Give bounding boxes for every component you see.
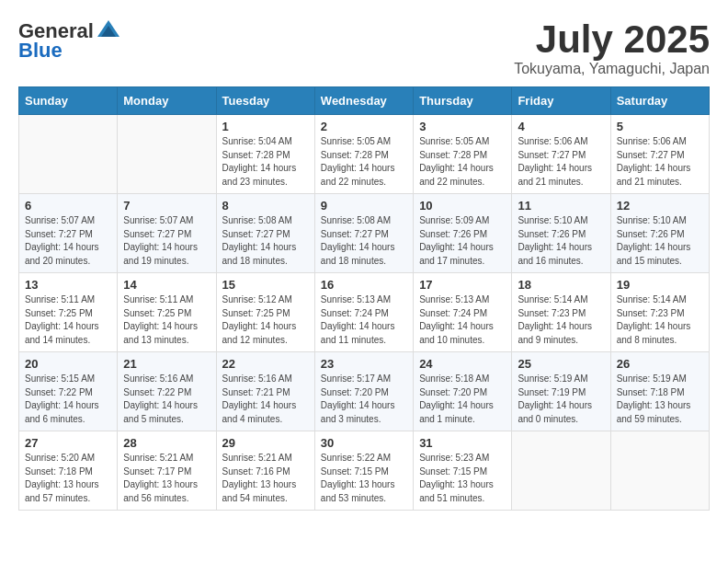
day-info: Sunrise: 5:04 AM Sunset: 7:28 PM Dayligh… bbox=[222, 135, 309, 189]
day-info: Sunrise: 5:14 AM Sunset: 7:23 PM Dayligh… bbox=[617, 293, 703, 347]
day-number: 6 bbox=[25, 199, 111, 213]
header-monday: Monday bbox=[118, 87, 216, 115]
day-number: 11 bbox=[518, 199, 604, 213]
calendar-cell: 26Sunrise: 5:19 AM Sunset: 7:18 PM Dayli… bbox=[610, 352, 709, 431]
day-info: Sunrise: 5:06 AM Sunset: 7:27 PM Dayligh… bbox=[518, 135, 604, 189]
calendar-cell: 13Sunrise: 5:11 AM Sunset: 7:25 PM Dayli… bbox=[19, 273, 118, 352]
calendar-cell: 17Sunrise: 5:13 AM Sunset: 7:24 PM Dayli… bbox=[414, 273, 512, 352]
day-info: Sunrise: 5:10 AM Sunset: 7:26 PM Dayligh… bbox=[617, 214, 703, 268]
day-info: Sunrise: 5:21 AM Sunset: 7:17 PM Dayligh… bbox=[123, 452, 210, 505]
calendar-cell: 10Sunrise: 5:09 AM Sunset: 7:26 PM Dayli… bbox=[414, 194, 512, 273]
logo-icon bbox=[96, 18, 121, 44]
day-number: 21 bbox=[123, 357, 210, 371]
day-info: Sunrise: 5:12 AM Sunset: 7:25 PM Dayligh… bbox=[222, 293, 309, 347]
month-title: July 2025 bbox=[514, 18, 710, 61]
calendar-cell: 22Sunrise: 5:16 AM Sunset: 7:21 PM Dayli… bbox=[216, 352, 314, 431]
day-info: Sunrise: 5:07 AM Sunset: 7:27 PM Dayligh… bbox=[123, 214, 210, 268]
header-sunday: Sunday bbox=[19, 87, 118, 115]
day-info: Sunrise: 5:18 AM Sunset: 7:20 PM Dayligh… bbox=[419, 373, 506, 426]
day-number: 28 bbox=[123, 436, 210, 450]
day-info: Sunrise: 5:10 AM Sunset: 7:26 PM Dayligh… bbox=[518, 214, 604, 268]
calendar-cell: 25Sunrise: 5:19 AM Sunset: 7:19 PM Dayli… bbox=[512, 352, 610, 431]
day-number: 16 bbox=[321, 278, 407, 292]
calendar-cell: 18Sunrise: 5:14 AM Sunset: 7:23 PM Dayli… bbox=[512, 273, 610, 352]
header-friday: Friday bbox=[512, 87, 610, 115]
calendar-cell: 9Sunrise: 5:08 AM Sunset: 7:27 PM Daylig… bbox=[314, 194, 413, 273]
day-number: 3 bbox=[419, 120, 506, 133]
day-number: 30 bbox=[321, 436, 407, 450]
day-number: 2 bbox=[321, 120, 407, 133]
day-number: 22 bbox=[222, 357, 309, 371]
calendar-cell: 24Sunrise: 5:18 AM Sunset: 7:20 PM Dayli… bbox=[414, 352, 512, 431]
day-number: 1 bbox=[222, 120, 309, 133]
calendar-cell: 6Sunrise: 5:07 AM Sunset: 7:27 PM Daylig… bbox=[19, 194, 118, 273]
calendar-cell bbox=[512, 431, 610, 511]
day-info: Sunrise: 5:16 AM Sunset: 7:22 PM Dayligh… bbox=[123, 373, 210, 426]
day-number: 15 bbox=[222, 278, 309, 292]
calendar-cell bbox=[610, 431, 709, 511]
day-info: Sunrise: 5:22 AM Sunset: 7:15 PM Dayligh… bbox=[321, 452, 407, 505]
day-number: 8 bbox=[222, 199, 309, 213]
location: Tokuyama, Yamaguchi, Japan bbox=[514, 61, 710, 77]
page-header: General Blue July 2025 Tokuyama, Yamaguc… bbox=[18, 18, 710, 77]
calendar-cell: 30Sunrise: 5:22 AM Sunset: 7:15 PM Dayli… bbox=[314, 431, 413, 511]
day-number: 18 bbox=[518, 278, 604, 292]
calendar-cell: 29Sunrise: 5:21 AM Sunset: 7:16 PM Dayli… bbox=[216, 431, 314, 511]
calendar-cell: 8Sunrise: 5:08 AM Sunset: 7:27 PM Daylig… bbox=[216, 194, 314, 273]
day-info: Sunrise: 5:21 AM Sunset: 7:16 PM Dayligh… bbox=[222, 452, 309, 505]
calendar-cell: 5Sunrise: 5:06 AM Sunset: 7:27 PM Daylig… bbox=[610, 115, 709, 194]
day-info: Sunrise: 5:19 AM Sunset: 7:19 PM Dayligh… bbox=[518, 373, 604, 426]
day-number: 23 bbox=[321, 357, 407, 371]
day-info: Sunrise: 5:19 AM Sunset: 7:18 PM Dayligh… bbox=[617, 373, 703, 426]
day-number: 27 bbox=[25, 436, 111, 450]
day-info: Sunrise: 5:23 AM Sunset: 7:15 PM Dayligh… bbox=[419, 452, 506, 505]
calendar-cell: 21Sunrise: 5:16 AM Sunset: 7:22 PM Dayli… bbox=[118, 352, 216, 431]
day-number: 13 bbox=[25, 278, 111, 292]
day-info: Sunrise: 5:08 AM Sunset: 7:27 PM Dayligh… bbox=[321, 214, 407, 268]
day-info: Sunrise: 5:06 AM Sunset: 7:27 PM Dayligh… bbox=[617, 135, 703, 189]
calendar-cell: 1Sunrise: 5:04 AM Sunset: 7:28 PM Daylig… bbox=[216, 115, 314, 194]
calendar-cell: 31Sunrise: 5:23 AM Sunset: 7:15 PM Dayli… bbox=[414, 431, 512, 511]
day-number: 20 bbox=[25, 357, 111, 371]
day-info: Sunrise: 5:11 AM Sunset: 7:25 PM Dayligh… bbox=[25, 293, 111, 347]
day-number: 25 bbox=[518, 357, 604, 371]
day-number: 31 bbox=[419, 436, 506, 450]
day-info: Sunrise: 5:15 AM Sunset: 7:22 PM Dayligh… bbox=[25, 373, 111, 426]
title-section: July 2025 Tokuyama, Yamaguchi, Japan bbox=[514, 18, 710, 77]
calendar-cell: 19Sunrise: 5:14 AM Sunset: 7:23 PM Dayli… bbox=[610, 273, 709, 352]
day-info: Sunrise: 5:08 AM Sunset: 7:27 PM Dayligh… bbox=[222, 214, 309, 268]
calendar-cell: 12Sunrise: 5:10 AM Sunset: 7:26 PM Dayli… bbox=[610, 194, 709, 273]
day-number: 10 bbox=[419, 199, 506, 213]
day-number: 17 bbox=[419, 278, 506, 292]
day-info: Sunrise: 5:07 AM Sunset: 7:27 PM Dayligh… bbox=[25, 214, 111, 268]
calendar-cell: 28Sunrise: 5:21 AM Sunset: 7:17 PM Dayli… bbox=[118, 431, 216, 511]
calendar-table: SundayMondayTuesdayWednesdayThursdayFrid… bbox=[18, 86, 710, 511]
header-thursday: Thursday bbox=[414, 87, 512, 115]
day-number: 24 bbox=[419, 357, 506, 371]
day-number: 12 bbox=[617, 199, 703, 213]
logo-blue-text: Blue bbox=[18, 39, 63, 63]
calendar-cell: 2Sunrise: 5:05 AM Sunset: 7:28 PM Daylig… bbox=[314, 115, 413, 194]
day-info: Sunrise: 5:14 AM Sunset: 7:23 PM Dayligh… bbox=[518, 293, 604, 347]
calendar-cell: 3Sunrise: 5:05 AM Sunset: 7:28 PM Daylig… bbox=[414, 115, 512, 194]
day-info: Sunrise: 5:17 AM Sunset: 7:20 PM Dayligh… bbox=[321, 373, 407, 426]
calendar-cell: 20Sunrise: 5:15 AM Sunset: 7:22 PM Dayli… bbox=[19, 352, 118, 431]
day-info: Sunrise: 5:16 AM Sunset: 7:21 PM Dayligh… bbox=[222, 373, 309, 426]
header-wednesday: Wednesday bbox=[314, 87, 413, 115]
logo: General Blue bbox=[18, 18, 121, 63]
calendar-cell: 15Sunrise: 5:12 AM Sunset: 7:25 PM Dayli… bbox=[216, 273, 314, 352]
header-saturday: Saturday bbox=[610, 87, 709, 115]
day-info: Sunrise: 5:13 AM Sunset: 7:24 PM Dayligh… bbox=[321, 293, 407, 347]
calendar-cell: 14Sunrise: 5:11 AM Sunset: 7:25 PM Dayli… bbox=[118, 273, 216, 352]
calendar-cell bbox=[19, 115, 118, 194]
day-number: 5 bbox=[617, 120, 703, 133]
calendar-cell: 23Sunrise: 5:17 AM Sunset: 7:20 PM Dayli… bbox=[314, 352, 413, 431]
calendar-header-row: SundayMondayTuesdayWednesdayThursdayFrid… bbox=[19, 87, 710, 115]
week-row-4: 20Sunrise: 5:15 AM Sunset: 7:22 PM Dayli… bbox=[19, 352, 710, 431]
day-number: 14 bbox=[123, 278, 210, 292]
calendar-cell: 27Sunrise: 5:20 AM Sunset: 7:18 PM Dayli… bbox=[19, 431, 118, 511]
day-info: Sunrise: 5:05 AM Sunset: 7:28 PM Dayligh… bbox=[419, 135, 506, 189]
calendar-cell: 11Sunrise: 5:10 AM Sunset: 7:26 PM Dayli… bbox=[512, 194, 610, 273]
calendar-cell bbox=[118, 115, 216, 194]
calendar-cell: 4Sunrise: 5:06 AM Sunset: 7:27 PM Daylig… bbox=[512, 115, 610, 194]
